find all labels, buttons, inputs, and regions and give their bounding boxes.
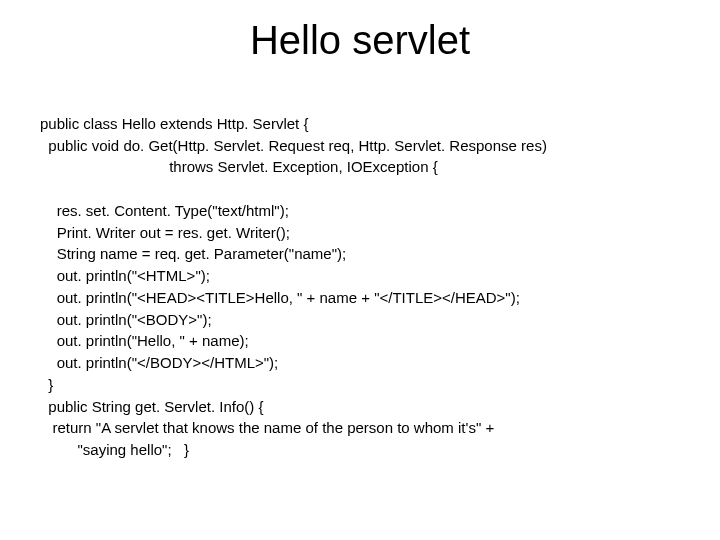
code-block: public class Hello extends Http. Servlet… — [40, 91, 680, 483]
code-line: out. println("Hello, " + name); — [40, 332, 249, 349]
code-line: return "A servlet that knows the name of… — [40, 419, 494, 436]
code-line: out. println("<HEAD><TITLE>Hello, " + na… — [40, 289, 520, 306]
code-line: "saying hello"; } — [40, 441, 189, 458]
code-line: String name = req. get. Parameter("name"… — [40, 245, 346, 262]
slide-title: Hello servlet — [40, 18, 680, 63]
code-line: } — [40, 376, 53, 393]
code-line: Print. Writer out = res. get. Writer(); — [40, 224, 290, 241]
slide-container: Hello servlet public class Hello extends… — [0, 0, 720, 540]
code-line: public void do. Get(Http. Servlet. Reque… — [40, 137, 547, 154]
code-line: out. println("</BODY></HTML>"); — [40, 354, 278, 371]
code-line: public class Hello extends Http. Servlet… — [40, 115, 308, 132]
code-line: throws Servlet. Exception, IOException { — [40, 158, 438, 175]
code-line: out. println("<BODY>"); — [40, 311, 212, 328]
code-line: res. set. Content. Type("text/html"); — [40, 202, 289, 219]
code-line: public String get. Servlet. Info() { — [40, 398, 263, 415]
code-line: out. println("<HTML>"); — [40, 267, 210, 284]
